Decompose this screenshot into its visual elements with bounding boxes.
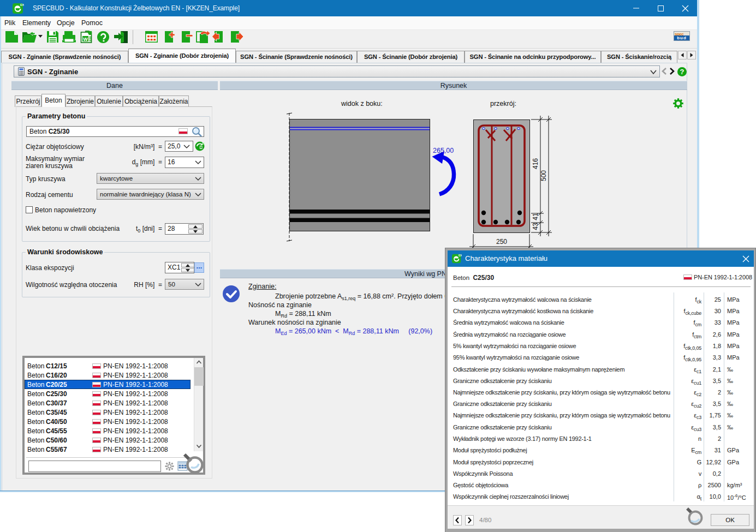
svg-text:W: W: [83, 37, 88, 42]
svg-text:500: 500: [540, 170, 547, 181]
svg-text:416: 416: [532, 158, 539, 169]
svg-text:widok z boku:: widok z boku:: [341, 100, 383, 107]
svg-text:43: 43: [532, 223, 539, 230]
svg-text:przekrój:: przekrój:: [490, 100, 516, 107]
svg-text:265,00: 265,00: [433, 147, 454, 154]
svg-text:15: 15: [202, 142, 205, 145]
svg-text:EN: EN: [459, 254, 462, 257]
svg-text:250: 250: [496, 238, 507, 246]
svg-text:41: 41: [532, 213, 539, 220]
svg-text:EN: EN: [20, 3, 24, 7]
